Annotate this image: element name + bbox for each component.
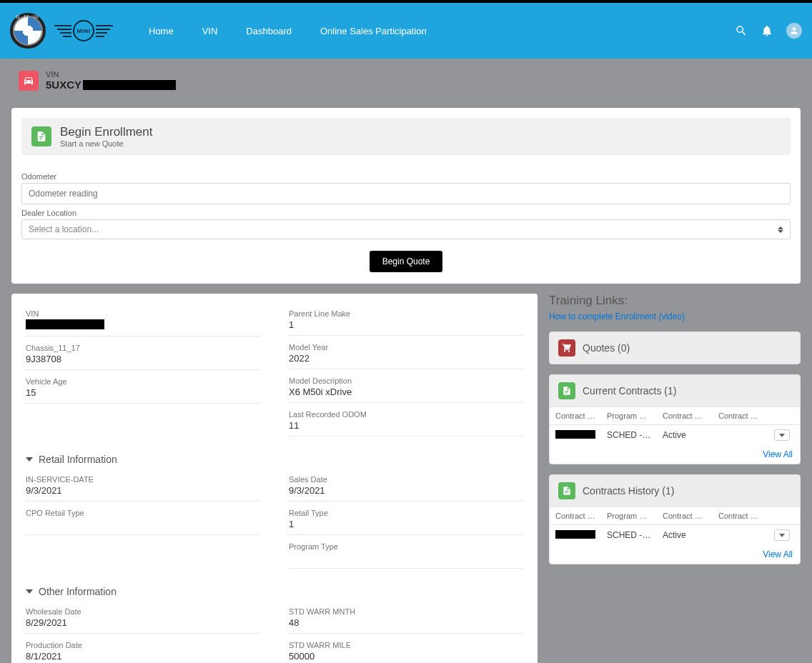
document-icon bbox=[558, 482, 575, 499]
training-link[interactable]: How to complete Enrollment (video) bbox=[549, 311, 685, 321]
field-value: 1 bbox=[289, 319, 523, 331]
nav-osp[interactable]: Online Sales Participation bbox=[320, 26, 427, 36]
contract-number-redacted bbox=[555, 430, 595, 439]
vin-redacted-value bbox=[26, 319, 104, 329]
enrollment-subtitle: Start a new Quote bbox=[60, 139, 152, 148]
vin-redacted bbox=[83, 80, 176, 90]
table-row[interactable]: SCHED - 36 ... Active bbox=[550, 425, 800, 445]
contracts-history-title: Contracts History (1) bbox=[583, 485, 674, 497]
chevron-down-icon bbox=[779, 534, 785, 537]
field-value: 9/3/2021 bbox=[26, 485, 260, 497]
cell-value: SCHED - 36 ... bbox=[601, 426, 657, 444]
contract-number-redacted bbox=[555, 530, 595, 539]
chevron-down-icon bbox=[26, 457, 33, 462]
field-value: 8/1/2021 bbox=[26, 651, 260, 662]
field-label: Parent Line Make bbox=[289, 309, 523, 318]
vin-strip: VIN 5UXCY bbox=[0, 59, 812, 98]
user-avatar-icon[interactable] bbox=[786, 23, 802, 39]
field-value: 50000 bbox=[289, 651, 523, 662]
field-value: 48 bbox=[289, 617, 523, 629]
search-icon[interactable] bbox=[735, 24, 748, 37]
table-header: Contract N...Program Na...Contract Sta..… bbox=[550, 507, 800, 525]
nav-vin[interactable]: VIN bbox=[202, 26, 218, 36]
field-value: 9J38708 bbox=[26, 354, 260, 365]
vin-label: VIN bbox=[46, 70, 176, 79]
field-label: STD WARR MNTH bbox=[289, 607, 523, 616]
field-value bbox=[26, 519, 260, 530]
field-label: Wholesale Date bbox=[26, 607, 260, 616]
side-column: Training Links: How to complete Enrollme… bbox=[549, 294, 801, 564]
row-menu-button[interactable] bbox=[774, 529, 790, 541]
nav-dashboard[interactable]: Dashboard bbox=[246, 26, 292, 36]
field-value: 11 bbox=[289, 420, 523, 432]
field-value: 1 bbox=[289, 519, 523, 530]
enrollment-header: Begin Enrollment Start a new Quote bbox=[21, 118, 791, 155]
begin-quote-button[interactable]: Begin Quote bbox=[370, 251, 443, 272]
view-all-link[interactable]: View All bbox=[763, 549, 793, 559]
mini-logo-icon: MINI bbox=[54, 20, 113, 41]
vin-value: 5UXCY bbox=[46, 79, 176, 91]
field-label: Vehicle Age bbox=[26, 377, 260, 386]
vehicle-info-panel: VIN Chassis_11_179J38708 Vehicle Age15 P… bbox=[11, 294, 538, 663]
field-label: Program Type bbox=[289, 542, 523, 551]
odometer-input[interactable] bbox=[21, 183, 791, 204]
bmw-logo-icon bbox=[10, 13, 46, 49]
bell-icon[interactable] bbox=[761, 24, 773, 37]
enrollment-title: Begin Enrollment bbox=[60, 125, 152, 139]
field-label: Chassis_11_17 bbox=[26, 344, 260, 352]
nav-home[interactable]: Home bbox=[149, 26, 174, 36]
chevron-down-icon bbox=[26, 589, 33, 594]
field-value: 8/29/2021 bbox=[26, 617, 260, 629]
field-label: IN-SERVICE-DATE bbox=[26, 475, 260, 484]
field-label: Last Recorded ODOM bbox=[289, 410, 523, 419]
form-icon bbox=[31, 126, 51, 146]
field-label: VIN bbox=[26, 309, 260, 318]
field-label: CPO Retail Type bbox=[26, 509, 260, 517]
field-value: 9/3/2021 bbox=[289, 485, 523, 497]
field-label: Model Description bbox=[289, 377, 523, 385]
current-contracts-card: Current Contracts (1) Contract N...Progr… bbox=[549, 374, 801, 464]
training-title: Training Links: bbox=[549, 294, 801, 308]
cell-value: Active bbox=[657, 526, 713, 544]
field-label: Sales Date bbox=[289, 475, 523, 484]
cell-value: SCHED - 36 ... bbox=[601, 526, 657, 544]
enrollment-panel: Begin Enrollment Start a new Quote Odome… bbox=[11, 108, 801, 284]
table-header: Contract N...Program Na...Contract Sta..… bbox=[550, 407, 800, 425]
field-value: 15 bbox=[26, 387, 260, 399]
field-value: 2022 bbox=[289, 353, 523, 364]
table-row[interactable]: SCHED - 36 ... Active bbox=[550, 525, 800, 545]
main-nav: Home VIN Dashboard Online Sales Particip… bbox=[149, 26, 427, 36]
quotes-card: Quotes (0) bbox=[549, 332, 801, 364]
row-menu-button[interactable] bbox=[774, 429, 790, 441]
field-label: STD WARR MILE bbox=[289, 641, 523, 649]
field-value bbox=[289, 552, 523, 564]
field-label: Production Date bbox=[26, 641, 260, 649]
dealer-location-label: Dealer Location bbox=[21, 209, 791, 217]
document-icon bbox=[558, 382, 575, 399]
chevron-down-icon bbox=[779, 434, 785, 437]
car-icon bbox=[19, 71, 39, 91]
header: MINI Home VIN Dashboard Online Sales Par… bbox=[0, 3, 812, 59]
contracts-history-card: Contracts History (1) Contract N...Progr… bbox=[549, 474, 801, 564]
cart-icon bbox=[558, 339, 575, 357]
current-contracts-title: Current Contracts (1) bbox=[583, 385, 676, 397]
field-label: Retail Type bbox=[289, 509, 523, 517]
dealer-location-placeholder: Select a location... bbox=[29, 224, 99, 234]
cell-value: Active bbox=[657, 426, 713, 444]
retail-section-toggle[interactable]: Retail Information bbox=[26, 454, 523, 465]
select-stepper-icon bbox=[778, 226, 783, 233]
view-all-link[interactable]: View All bbox=[763, 449, 793, 459]
quotes-title: Quotes (0) bbox=[583, 342, 630, 354]
field-value: X6 M50i xDrive bbox=[289, 387, 523, 398]
odometer-label: Odometer bbox=[21, 172, 791, 181]
dealer-location-select[interactable]: Select a location... bbox=[21, 219, 791, 239]
other-section-toggle[interactable]: Other Information bbox=[26, 586, 523, 597]
field-label: Model Year bbox=[289, 343, 523, 352]
